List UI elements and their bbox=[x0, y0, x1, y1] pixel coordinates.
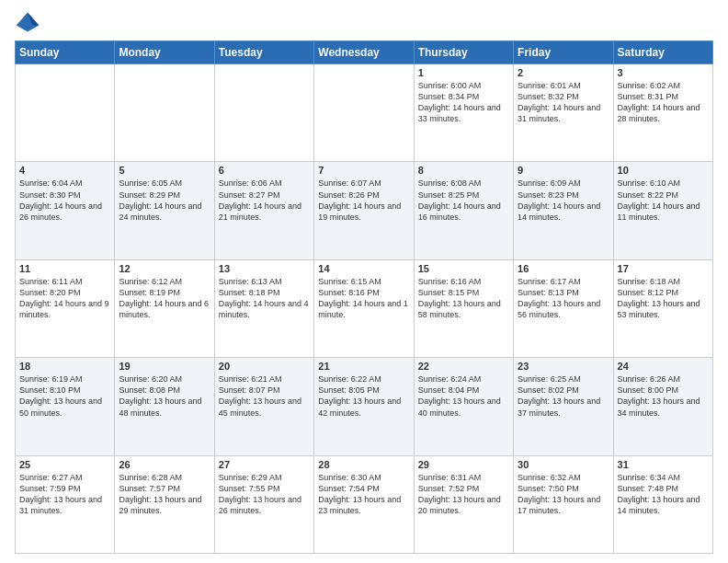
cell-info: Sunrise: 6:15 AM Sunset: 8:16 PM Dayligh… bbox=[318, 276, 409, 321]
cell-day-number: 1 bbox=[418, 67, 509, 78]
calendar-cell: 4Sunrise: 6:04 AM Sunset: 8:30 PM Daylig… bbox=[16, 162, 115, 259]
calendar-cell bbox=[16, 64, 115, 162]
weekday-header-tuesday: Tuesday bbox=[214, 41, 313, 64]
weekday-header-friday: Friday bbox=[514, 41, 613, 64]
cell-day-number: 6 bbox=[219, 165, 310, 176]
cell-info: Sunrise: 6:34 AM Sunset: 7:48 PM Dayligh… bbox=[618, 472, 709, 517]
cell-day-number: 25 bbox=[19, 459, 110, 470]
cell-day-number: 9 bbox=[518, 165, 609, 176]
calendar-cell: 30Sunrise: 6:32 AM Sunset: 7:50 PM Dayli… bbox=[514, 455, 613, 553]
calendar-cell: 17Sunrise: 6:18 AM Sunset: 8:12 PM Dayli… bbox=[613, 259, 712, 357]
cell-info: Sunrise: 6:04 AM Sunset: 8:30 PM Dayligh… bbox=[19, 178, 110, 223]
calendar-cell: 7Sunrise: 6:07 AM Sunset: 8:26 PM Daylig… bbox=[314, 162, 414, 259]
cell-day-number: 3 bbox=[618, 67, 709, 78]
weekday-header-saturday: Saturday bbox=[613, 41, 712, 64]
cell-day-number: 21 bbox=[318, 361, 409, 372]
calendar-cell: 29Sunrise: 6:31 AM Sunset: 7:52 PM Dayli… bbox=[414, 455, 513, 553]
cell-day-number: 11 bbox=[19, 263, 110, 274]
cell-day-number: 13 bbox=[219, 263, 310, 274]
calendar-table: SundayMondayTuesdayWednesdayThursdayFrid… bbox=[15, 40, 713, 554]
cell-info: Sunrise: 6:26 AM Sunset: 8:00 PM Dayligh… bbox=[618, 373, 709, 419]
calendar-cell: 14Sunrise: 6:15 AM Sunset: 8:16 PM Dayli… bbox=[314, 259, 414, 357]
cell-info: Sunrise: 6:10 AM Sunset: 8:22 PM Dayligh… bbox=[618, 178, 709, 223]
cell-info: Sunrise: 6:02 AM Sunset: 8:31 PM Dayligh… bbox=[618, 80, 709, 125]
calendar-cell: 25Sunrise: 6:27 AM Sunset: 7:59 PM Dayli… bbox=[16, 455, 115, 553]
calendar-cell: 16Sunrise: 6:17 AM Sunset: 8:13 PM Dayli… bbox=[514, 259, 613, 357]
cell-day-number: 29 bbox=[418, 459, 509, 470]
calendar-cell: 19Sunrise: 6:20 AM Sunset: 8:08 PM Dayli… bbox=[115, 358, 214, 455]
page: SundayMondayTuesdayWednesdayThursdayFrid… bbox=[0, 0, 728, 563]
cell-info: Sunrise: 6:16 AM Sunset: 8:15 PM Dayligh… bbox=[418, 276, 509, 321]
cell-info: Sunrise: 6:31 AM Sunset: 7:52 PM Dayligh… bbox=[418, 472, 509, 517]
weekday-header-thursday: Thursday bbox=[414, 41, 513, 64]
cell-info: Sunrise: 6:05 AM Sunset: 8:29 PM Dayligh… bbox=[119, 178, 210, 223]
calendar-cell: 5Sunrise: 6:05 AM Sunset: 8:29 PM Daylig… bbox=[115, 162, 214, 259]
calendar-cell bbox=[115, 64, 214, 162]
cell-day-number: 2 bbox=[518, 67, 609, 78]
cell-info: Sunrise: 6:19 AM Sunset: 8:10 PM Dayligh… bbox=[19, 373, 110, 419]
calendar-cell: 2Sunrise: 6:01 AM Sunset: 8:32 PM Daylig… bbox=[514, 64, 613, 162]
cell-day-number: 31 bbox=[618, 459, 709, 470]
cell-day-number: 7 bbox=[318, 165, 409, 176]
cell-info: Sunrise: 6:08 AM Sunset: 8:25 PM Dayligh… bbox=[418, 178, 509, 223]
cell-day-number: 10 bbox=[618, 165, 709, 176]
calendar-cell: 24Sunrise: 6:26 AM Sunset: 8:00 PM Dayli… bbox=[613, 358, 712, 455]
cell-info: Sunrise: 6:01 AM Sunset: 8:32 PM Dayligh… bbox=[518, 80, 609, 125]
logo-icon bbox=[15, 9, 40, 35]
calendar-cell: 1Sunrise: 6:00 AM Sunset: 8:34 PM Daylig… bbox=[414, 64, 513, 162]
cell-day-number: 19 bbox=[119, 361, 210, 372]
cell-day-number: 28 bbox=[318, 459, 409, 470]
cell-info: Sunrise: 6:27 AM Sunset: 7:59 PM Dayligh… bbox=[19, 472, 110, 517]
calendar-cell: 12Sunrise: 6:12 AM Sunset: 8:19 PM Dayli… bbox=[115, 259, 214, 357]
calendar-cell: 6Sunrise: 6:06 AM Sunset: 8:27 PM Daylig… bbox=[214, 162, 313, 259]
cell-day-number: 22 bbox=[418, 361, 509, 372]
cell-info: Sunrise: 6:18 AM Sunset: 8:12 PM Dayligh… bbox=[618, 276, 709, 321]
logo bbox=[15, 9, 44, 35]
cell-info: Sunrise: 6:32 AM Sunset: 7:50 PM Dayligh… bbox=[518, 472, 609, 517]
calendar-cell: 11Sunrise: 6:11 AM Sunset: 8:20 PM Dayli… bbox=[16, 259, 115, 357]
cell-info: Sunrise: 6:29 AM Sunset: 7:55 PM Dayligh… bbox=[219, 472, 310, 517]
header bbox=[15, 9, 713, 35]
cell-day-number: 17 bbox=[618, 263, 709, 274]
calendar-cell: 27Sunrise: 6:29 AM Sunset: 7:55 PM Dayli… bbox=[214, 455, 313, 553]
calendar-cell: 18Sunrise: 6:19 AM Sunset: 8:10 PM Dayli… bbox=[16, 358, 115, 455]
cell-day-number: 27 bbox=[219, 459, 310, 470]
calendar-cell: 21Sunrise: 6:22 AM Sunset: 8:05 PM Dayli… bbox=[314, 358, 414, 455]
cell-day-number: 24 bbox=[618, 361, 709, 372]
cell-day-number: 12 bbox=[119, 263, 210, 274]
calendar-cell: 31Sunrise: 6:34 AM Sunset: 7:48 PM Dayli… bbox=[613, 455, 712, 553]
calendar-cell: 28Sunrise: 6:30 AM Sunset: 7:54 PM Dayli… bbox=[314, 455, 414, 553]
cell-info: Sunrise: 6:25 AM Sunset: 8:02 PM Dayligh… bbox=[518, 373, 609, 419]
cell-info: Sunrise: 6:30 AM Sunset: 7:54 PM Dayligh… bbox=[318, 472, 409, 517]
calendar-cell bbox=[214, 64, 313, 162]
calendar-cell: 8Sunrise: 6:08 AM Sunset: 8:25 PM Daylig… bbox=[414, 162, 513, 259]
calendar-cell: 23Sunrise: 6:25 AM Sunset: 8:02 PM Dayli… bbox=[514, 358, 613, 455]
cell-info: Sunrise: 6:12 AM Sunset: 8:19 PM Dayligh… bbox=[119, 276, 210, 321]
cell-day-number: 26 bbox=[119, 459, 210, 470]
calendar-cell: 15Sunrise: 6:16 AM Sunset: 8:15 PM Dayli… bbox=[414, 259, 513, 357]
calendar-cell: 20Sunrise: 6:21 AM Sunset: 8:07 PM Dayli… bbox=[214, 358, 313, 455]
calendar-cell: 10Sunrise: 6:10 AM Sunset: 8:22 PM Dayli… bbox=[613, 162, 712, 259]
calendar-cell: 26Sunrise: 6:28 AM Sunset: 7:57 PM Dayli… bbox=[115, 455, 214, 553]
cell-info: Sunrise: 6:06 AM Sunset: 8:27 PM Dayligh… bbox=[219, 178, 310, 223]
cell-day-number: 23 bbox=[518, 361, 609, 372]
cell-day-number: 8 bbox=[418, 165, 509, 176]
cell-info: Sunrise: 6:07 AM Sunset: 8:26 PM Dayligh… bbox=[318, 178, 409, 223]
cell-day-number: 5 bbox=[119, 165, 210, 176]
cell-day-number: 30 bbox=[518, 459, 609, 470]
cell-info: Sunrise: 6:11 AM Sunset: 8:20 PM Dayligh… bbox=[19, 276, 110, 321]
cell-info: Sunrise: 6:17 AM Sunset: 8:13 PM Dayligh… bbox=[518, 276, 609, 321]
cell-info: Sunrise: 6:20 AM Sunset: 8:08 PM Dayligh… bbox=[119, 373, 210, 419]
cell-info: Sunrise: 6:13 AM Sunset: 8:18 PM Dayligh… bbox=[219, 276, 310, 321]
weekday-header-wednesday: Wednesday bbox=[314, 41, 414, 64]
cell-info: Sunrise: 6:28 AM Sunset: 7:57 PM Dayligh… bbox=[119, 472, 210, 517]
cell-info: Sunrise: 6:24 AM Sunset: 8:04 PM Dayligh… bbox=[418, 373, 509, 419]
cell-day-number: 14 bbox=[318, 263, 409, 274]
calendar-cell bbox=[314, 64, 414, 162]
calendar-cell: 9Sunrise: 6:09 AM Sunset: 8:23 PM Daylig… bbox=[514, 162, 613, 259]
cell-day-number: 18 bbox=[19, 361, 110, 372]
calendar-cell: 22Sunrise: 6:24 AM Sunset: 8:04 PM Dayli… bbox=[414, 358, 513, 455]
cell-day-number: 20 bbox=[219, 361, 310, 372]
calendar-cell: 13Sunrise: 6:13 AM Sunset: 8:18 PM Dayli… bbox=[214, 259, 313, 357]
cell-day-number: 16 bbox=[518, 263, 609, 274]
